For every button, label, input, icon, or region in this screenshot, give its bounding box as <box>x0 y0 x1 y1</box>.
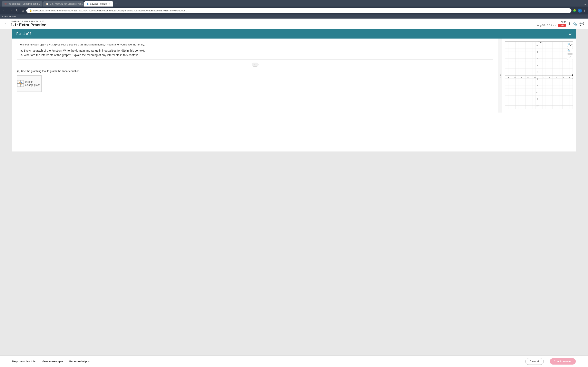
tab-overflow-button[interactable]: ⌄ <box>584 2 586 6</box>
svg-text:-8: -8 <box>536 98 538 100</box>
svg-text:-2: -2 <box>534 76 536 78</box>
header-title-section: ALGEBRA 2 8TH. PERIOD 24-25 1-1: Extra P… <box>11 20 534 27</box>
due-date-section: DUE Aug 30 - 1:15 pm Late <box>537 21 566 27</box>
content-card: Part 1 of 6 ⚙ The linear function d(t) =… <box>12 29 576 151</box>
browser-actions: 🧩 C ⋮ <box>573 8 586 13</box>
back-button[interactable]: ← <box>4 22 8 26</box>
graph-container: x y -10 -8 -6 -4 -2 2 4 6 8 10 <box>505 42 573 110</box>
question-part-a: a. Sketch a graph of the function. Write… <box>20 49 493 52</box>
question-part-b: b. What are the intercepts of the graph?… <box>20 53 493 57</box>
expand-button[interactable]: ⤢ <box>567 54 573 60</box>
part-label: Part 1 of 6 <box>16 32 31 36</box>
more-help-button[interactable]: Get more help ▲ <box>69 360 90 363</box>
svg-text:y: y <box>540 42 542 44</box>
late-badge: Late <box>558 24 566 27</box>
part-a-label: a. <box>20 49 23 52</box>
coordinate-graph: x y -10 -8 -6 -4 -2 2 4 6 8 10 <box>505 42 573 109</box>
bottom-toolbar: Help me solve this View an example Get m… <box>0 355 588 367</box>
question-text: The linear function d(t) = 5 − 3t gives … <box>17 43 493 47</box>
thumbnail-label: Click to enlarge graph <box>25 81 42 86</box>
question-right: 🔍+ 🔍− ⤢ <box>502 39 576 113</box>
mathxl-icon: 📋 <box>46 2 49 5</box>
zoom-in-button[interactable]: 🔍+ <box>567 42 573 47</box>
assignment-title: 1-1: Extra Practice <box>11 23 534 27</box>
comment-icon-button[interactable]: 💬 <box>579 22 584 26</box>
browser-chrome: ✉ (no subject) - 26norrid-kend... ✕ 📋 1-… <box>0 0 588 18</box>
forward-nav-button[interactable]: → <box>9 8 13 13</box>
panel-divider-handle[interactable] <box>498 39 502 113</box>
info-icon-button[interactable]: ℹ <box>569 22 570 26</box>
new-tab-button[interactable]: + <box>115 2 117 6</box>
svg-text:2: 2 <box>543 76 544 78</box>
extensions-icon[interactable]: 🧩 <box>573 9 577 12</box>
part-b-label: b. <box>20 53 23 57</box>
ellipsis-button[interactable]: ··· <box>252 63 258 67</box>
divider-dot <box>500 77 501 77</box>
header-icons: ℹ 📎 💬 <box>569 22 584 26</box>
tab-gmail[interactable]: ✉ (no subject) - 26norrid-kend... ✕ <box>2 1 43 7</box>
bookmarks-bar: All Bookmarks <box>0 15 588 18</box>
graph-zoom-controls: 🔍+ 🔍− ⤢ <box>567 42 573 60</box>
view-example-button[interactable]: View an example <box>42 360 63 363</box>
tab-mathxl[interactable]: 📋 1-6: MathXL for School: Prac... ✕ <box>43 1 84 7</box>
svg-text:-10: -10 <box>536 105 539 107</box>
svg-text:10: 10 <box>569 76 571 78</box>
savvas-icon: S <box>87 2 89 5</box>
bookmark-star-icon[interactable]: ☆ <box>566 9 569 12</box>
settings-icon[interactable]: ⚙ <box>568 32 572 36</box>
zoom-out-button[interactable]: 🔍− <box>567 48 573 54</box>
tab-bar: ✉ (no subject) - 26norrid-kend... ✕ 📋 1-… <box>0 0 588 7</box>
part-header: Part 1 of 6 ⚙ <box>12 29 576 39</box>
svg-text:6: 6 <box>556 76 557 78</box>
svg-text:-10: -10 <box>507 76 509 78</box>
clear-all-button[interactable]: Clear all <box>525 358 544 365</box>
app-header: ← ALGEBRA 2 8TH. PERIOD 24-25 1-1: Extra… <box>0 18 588 29</box>
address-bar-row: ← → ↻ ⌂ 🔒 savvasrealize.com/dashboard/cl… <box>0 7 588 15</box>
home-button[interactable]: ⌂ <box>21 8 25 13</box>
due-date: Aug 30 - 1:15 pm <box>537 24 556 27</box>
graph-thumbnail[interactable]: Click to enlarge graph <box>17 75 42 92</box>
tab-close[interactable]: ✕ <box>42 3 43 5</box>
question-area: The linear function d(t) = 5 − 3t gives … <box>12 39 576 113</box>
back-nav-button[interactable]: ← <box>2 8 7 13</box>
gmail-icon: ✉ <box>4 2 7 5</box>
svg-text:6: 6 <box>537 58 538 60</box>
svg-text:-2: -2 <box>536 78 538 80</box>
refresh-button[interactable]: ↻ <box>15 8 19 13</box>
part-b-text: What are the intercepts of the graph? Ex… <box>24 53 138 57</box>
svg-text:-6: -6 <box>521 76 522 78</box>
part-a-text: Sketch a graph of the function. Write th… <box>24 49 145 52</box>
svg-text:8: 8 <box>563 76 564 78</box>
check-answer-button[interactable]: Check answer <box>550 358 576 365</box>
profile-icon[interactable]: C <box>578 8 582 13</box>
svg-marker-49 <box>538 42 540 42</box>
due-label: DUE <box>561 21 566 24</box>
course-label: ALGEBRA 2 8TH. PERIOD 24-25 <box>11 20 534 23</box>
svg-text:8: 8 <box>537 51 538 53</box>
svg-text:-8: -8 <box>514 76 516 78</box>
thumbnail-svg <box>17 78 24 89</box>
svg-text:2: 2 <box>537 71 538 73</box>
settings-dots-icon[interactable]: ⋮ <box>583 9 586 12</box>
divider-dots <box>500 74 501 77</box>
svg-marker-47 <box>572 75 573 76</box>
tab-savvas[interactable]: S Savvas Realize ✕ <box>84 1 113 7</box>
svg-text:4: 4 <box>549 76 550 78</box>
divider-dot <box>500 74 501 75</box>
svg-text:x: x <box>572 77 573 79</box>
bookmarks-label[interactable]: All Bookmarks <box>2 15 16 18</box>
svg-text:-4: -4 <box>536 85 538 87</box>
svg-text:-6: -6 <box>536 91 538 93</box>
sub-question-text: (a) Use the graphing tool to graph the l… <box>17 69 493 73</box>
main-container: Part 1 of 6 ⚙ The linear function d(t) =… <box>0 29 588 355</box>
tab-close-3[interactable]: ✕ <box>109 3 111 5</box>
divider-dot <box>500 75 501 76</box>
help-solve-button[interactable]: Help me solve this <box>12 360 35 363</box>
question-left: The linear function d(t) = 5 − 3t gives … <box>12 39 498 113</box>
section-divider <box>17 59 493 60</box>
svg-text:10: 10 <box>536 44 538 46</box>
address-bar[interactable]: 🔒 savvasrealize.com/dashboard/classes/f6… <box>26 8 571 13</box>
attachment-icon-button[interactable]: 📎 <box>572 22 577 26</box>
svg-text:4: 4 <box>537 64 538 67</box>
svg-text:-4: -4 <box>527 76 529 78</box>
